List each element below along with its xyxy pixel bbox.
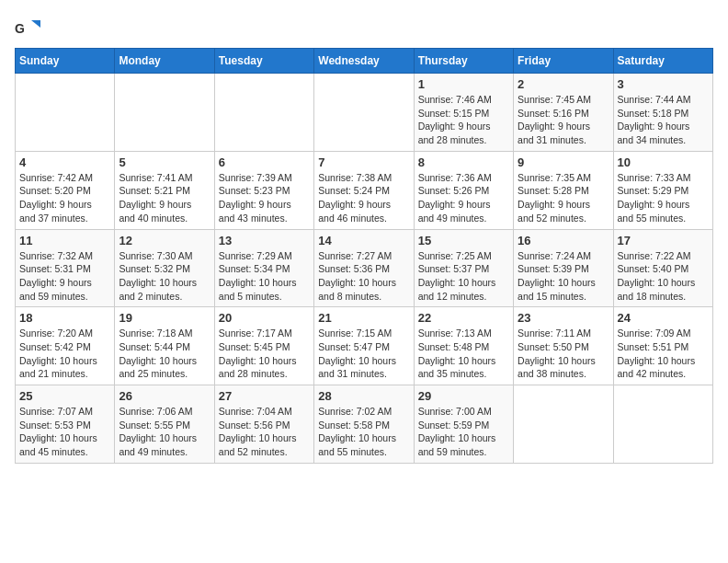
calendar-cell: 28Sunrise: 7:02 AM Sunset: 5:58 PM Dayli…	[314, 385, 414, 464]
day-info: Sunrise: 7:30 AM Sunset: 5:32 PM Dayligh…	[119, 249, 210, 304]
calendar-cell: 5Sunrise: 7:41 AM Sunset: 5:21 PM Daylig…	[115, 151, 214, 229]
calendar-cell: 13Sunrise: 7:29 AM Sunset: 5:34 PM Dayli…	[214, 229, 313, 307]
logo-icon: G	[15, 15, 40, 40]
day-info: Sunrise: 7:07 AM Sunset: 5:53 PM Dayligh…	[19, 405, 110, 459]
day-number: 4	[19, 155, 110, 169]
calendar-cell	[16, 74, 115, 152]
calendar-table: SundayMondayTuesdayWednesdayThursdayFrid…	[15, 48, 713, 464]
calendar-cell	[514, 385, 613, 464]
calendar-cell: 10Sunrise: 7:33 AM Sunset: 5:29 PM Dayli…	[613, 151, 712, 229]
day-info: Sunrise: 7:25 AM Sunset: 5:37 PM Dayligh…	[418, 249, 509, 304]
day-number: 3	[618, 77, 709, 91]
day-number: 10	[618, 155, 709, 169]
day-number: 5	[119, 155, 210, 169]
calendar-cell: 26Sunrise: 7:06 AM Sunset: 5:55 PM Dayli…	[115, 385, 214, 464]
day-number: 23	[518, 311, 609, 325]
calendar-cell: 23Sunrise: 7:11 AM Sunset: 5:50 PM Dayli…	[514, 307, 613, 385]
day-number: 26	[119, 389, 210, 403]
calendar-cell: 20Sunrise: 7:17 AM Sunset: 5:45 PM Dayli…	[214, 307, 313, 385]
header-day-wednesday: Wednesday	[314, 49, 414, 74]
day-number: 9	[518, 155, 609, 169]
day-number: 16	[518, 234, 609, 247]
header-day-saturday: Saturday	[613, 49, 712, 74]
calendar-week-row: 11Sunrise: 7:32 AM Sunset: 5:31 PM Dayli…	[16, 229, 713, 307]
calendar-cell: 18Sunrise: 7:20 AM Sunset: 5:42 PM Dayli…	[16, 307, 115, 385]
calendar-cell: 15Sunrise: 7:25 AM Sunset: 5:37 PM Dayli…	[414, 229, 513, 307]
day-info: Sunrise: 7:39 AM Sunset: 5:23 PM Dayligh…	[219, 171, 310, 225]
day-info: Sunrise: 7:29 AM Sunset: 5:34 PM Dayligh…	[219, 249, 310, 304]
header-day-sunday: Sunday	[16, 49, 115, 74]
calendar-cell: 11Sunrise: 7:32 AM Sunset: 5:31 PM Dayli…	[16, 229, 115, 307]
calendar-cell	[115, 74, 214, 152]
calendar-cell: 17Sunrise: 7:22 AM Sunset: 5:40 PM Dayli…	[613, 229, 712, 307]
day-info: Sunrise: 7:33 AM Sunset: 5:29 PM Dayligh…	[618, 171, 709, 225]
calendar-week-row: 4Sunrise: 7:42 AM Sunset: 5:20 PM Daylig…	[16, 151, 713, 229]
header-day-tuesday: Tuesday	[214, 49, 313, 74]
day-number: 21	[318, 311, 409, 325]
calendar-cell: 25Sunrise: 7:07 AM Sunset: 5:53 PM Dayli…	[16, 385, 115, 464]
day-number: 6	[219, 155, 310, 169]
day-number: 19	[119, 311, 210, 325]
day-number: 12	[119, 234, 210, 247]
calendar-cell: 16Sunrise: 7:24 AM Sunset: 5:39 PM Dayli…	[514, 229, 613, 307]
calendar-cell: 7Sunrise: 7:38 AM Sunset: 5:24 PM Daylig…	[314, 151, 414, 229]
calendar-cell: 29Sunrise: 7:00 AM Sunset: 5:59 PM Dayli…	[414, 385, 513, 464]
day-number: 13	[219, 234, 310, 247]
calendar-cell: 27Sunrise: 7:04 AM Sunset: 5:56 PM Dayli…	[214, 385, 313, 464]
header-day-friday: Friday	[514, 49, 613, 74]
day-info: Sunrise: 7:20 AM Sunset: 5:42 PM Dayligh…	[19, 327, 110, 381]
day-number: 20	[219, 311, 310, 325]
calendar-cell	[214, 74, 313, 152]
day-info: Sunrise: 7:13 AM Sunset: 5:48 PM Dayligh…	[418, 327, 509, 381]
day-number: 25	[19, 389, 110, 403]
calendar-cell: 8Sunrise: 7:36 AM Sunset: 5:26 PM Daylig…	[414, 151, 513, 229]
svg-text:G: G	[15, 21, 25, 36]
calendar-cell: 22Sunrise: 7:13 AM Sunset: 5:48 PM Dayli…	[414, 307, 513, 385]
calendar-cell: 4Sunrise: 7:42 AM Sunset: 5:20 PM Daylig…	[16, 151, 115, 229]
calendar-body: 1Sunrise: 7:46 AM Sunset: 5:15 PM Daylig…	[16, 74, 713, 464]
calendar-week-row: 25Sunrise: 7:07 AM Sunset: 5:53 PM Dayli…	[16, 385, 713, 464]
calendar-cell: 21Sunrise: 7:15 AM Sunset: 5:47 PM Dayli…	[314, 307, 414, 385]
day-info: Sunrise: 7:24 AM Sunset: 5:39 PM Dayligh…	[518, 249, 609, 304]
calendar-header-row: SundayMondayTuesdayWednesdayThursdayFrid…	[16, 49, 713, 74]
day-info: Sunrise: 7:42 AM Sunset: 5:20 PM Dayligh…	[19, 171, 110, 225]
day-info: Sunrise: 7:02 AM Sunset: 5:58 PM Dayligh…	[318, 405, 409, 459]
day-info: Sunrise: 7:35 AM Sunset: 5:28 PM Dayligh…	[518, 171, 609, 225]
calendar-cell	[613, 385, 712, 464]
calendar-cell: 12Sunrise: 7:30 AM Sunset: 5:32 PM Dayli…	[115, 229, 214, 307]
day-number: 11	[19, 234, 110, 247]
day-info: Sunrise: 7:04 AM Sunset: 5:56 PM Dayligh…	[219, 405, 310, 459]
logo: G	[15, 15, 48, 40]
calendar-cell: 3Sunrise: 7:44 AM Sunset: 5:18 PM Daylig…	[613, 74, 712, 152]
calendar-cell	[314, 74, 414, 152]
calendar-cell: 6Sunrise: 7:39 AM Sunset: 5:23 PM Daylig…	[214, 151, 313, 229]
day-info: Sunrise: 7:38 AM Sunset: 5:24 PM Dayligh…	[318, 171, 409, 225]
day-info: Sunrise: 7:45 AM Sunset: 5:16 PM Dayligh…	[518, 93, 609, 147]
header-day-thursday: Thursday	[414, 49, 513, 74]
day-number: 18	[19, 311, 110, 325]
day-number: 22	[418, 311, 509, 325]
day-info: Sunrise: 7:18 AM Sunset: 5:44 PM Dayligh…	[119, 327, 210, 381]
day-number: 28	[318, 389, 409, 403]
svg-marker-1	[31, 20, 40, 28]
day-number: 27	[219, 389, 310, 403]
day-info: Sunrise: 7:22 AM Sunset: 5:40 PM Dayligh…	[618, 249, 709, 304]
calendar-cell: 9Sunrise: 7:35 AM Sunset: 5:28 PM Daylig…	[514, 151, 613, 229]
day-info: Sunrise: 7:36 AM Sunset: 5:26 PM Dayligh…	[418, 171, 509, 225]
header-day-monday: Monday	[115, 49, 214, 74]
calendar-cell: 14Sunrise: 7:27 AM Sunset: 5:36 PM Dayli…	[314, 229, 414, 307]
day-number: 17	[618, 234, 709, 247]
day-number: 29	[418, 389, 509, 403]
page-header: G	[15, 15, 713, 40]
calendar-cell: 1Sunrise: 7:46 AM Sunset: 5:15 PM Daylig…	[414, 74, 513, 152]
day-info: Sunrise: 7:11 AM Sunset: 5:50 PM Dayligh…	[518, 327, 609, 381]
day-number: 1	[418, 77, 509, 91]
day-number: 14	[318, 234, 409, 247]
day-info: Sunrise: 7:06 AM Sunset: 5:55 PM Dayligh…	[119, 405, 210, 459]
day-info: Sunrise: 7:15 AM Sunset: 5:47 PM Dayligh…	[318, 327, 409, 381]
day-info: Sunrise: 7:32 AM Sunset: 5:31 PM Dayligh…	[19, 249, 110, 304]
day-info: Sunrise: 7:44 AM Sunset: 5:18 PM Dayligh…	[618, 93, 709, 147]
day-number: 8	[418, 155, 509, 169]
calendar-cell: 19Sunrise: 7:18 AM Sunset: 5:44 PM Dayli…	[115, 307, 214, 385]
calendar-week-row: 1Sunrise: 7:46 AM Sunset: 5:15 PM Daylig…	[16, 74, 713, 152]
